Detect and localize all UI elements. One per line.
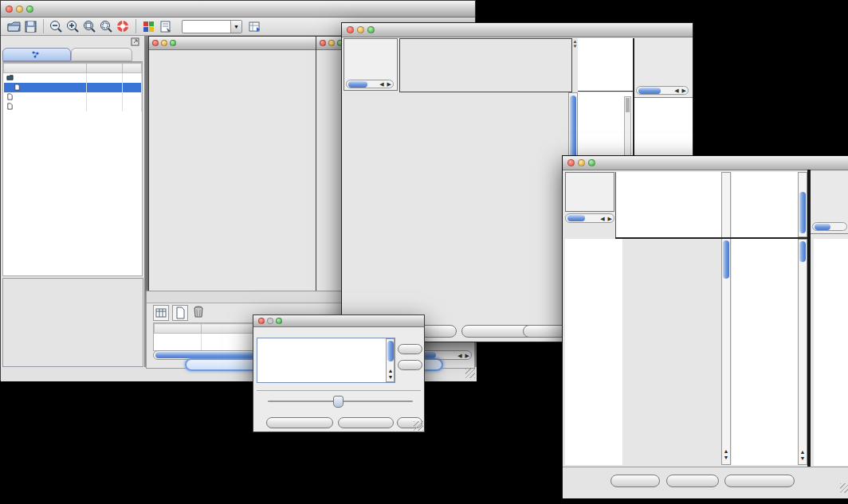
network-row-dna-tran[interactable] [4, 92, 142, 102]
tv2-usage-hints [811, 172, 848, 234]
resize-grip[interactable] [465, 369, 475, 378]
scroll-left-icon[interactable]: ◀ [673, 88, 680, 93]
tv2-export-graphics-button[interactable] [724, 475, 795, 487]
tv2-zoom-vscrollbar[interactable]: ▲▼ [798, 239, 807, 465]
scroll-left-icon[interactable]: ◀ [456, 353, 463, 358]
tv2-save-data-button[interactable] [666, 475, 719, 487]
minimize-icon[interactable] [328, 40, 335, 46]
open-file-icon[interactable] [6, 19, 22, 34]
network-row-combined-sco-selected[interactable] [4, 83, 142, 92]
tab-network[interactable] [2, 48, 71, 61]
scrollbar-thumb[interactable] [387, 341, 394, 361]
network-view-titlebar[interactable] [149, 37, 316, 50]
zoom-out-icon[interactable] [49, 19, 64, 34]
network-graph-canvas[interactable] [150, 51, 315, 292]
dialog-titlebar[interactable] [253, 315, 424, 327]
tv2-row-dendrogram[interactable] [565, 239, 622, 465]
zoom-icon[interactable] [170, 40, 176, 46]
network-table-header[interactable] [4, 64, 142, 73]
tv1-status-scrollbar[interactable]: ◀▶ [346, 80, 394, 88]
network-row-combined-scores[interactable] [4, 73, 142, 84]
scroll-arrows[interactable]: ▲▼ [387, 368, 395, 381]
close-icon[interactable] [258, 318, 265, 324]
file-icon [14, 84, 21, 91]
treeview2-titlebar[interactable] [563, 156, 848, 170]
tv2-heatmap[interactable] [622, 239, 721, 465]
speed-slider-thumb[interactable] [333, 396, 344, 408]
help-lifesaver-icon[interactable] [116, 19, 131, 34]
create-vizmap-button[interactable] [338, 417, 394, 428]
delete-attribute-icon[interactable] [191, 305, 206, 319]
attribute-table-icon[interactable] [153, 305, 169, 321]
attribute-list[interactable]: ▲▼ [257, 338, 395, 383]
save-icon[interactable] [23, 19, 38, 34]
zoom-in-icon[interactable] [65, 19, 80, 34]
minimize-icon[interactable] [578, 159, 585, 166]
toolbar-separator2 [135, 19, 136, 33]
scroll-right-icon[interactable]: ▶ [607, 216, 614, 221]
zoom-icon[interactable] [367, 26, 375, 33]
minimize-icon[interactable] [357, 26, 364, 33]
tv2-labels-vscrollbar[interactable] [798, 172, 807, 237]
tab-overflow-icon[interactable] [132, 48, 143, 61]
search-input[interactable]: ▼ [182, 20, 242, 33]
tv2-zoom-heatmap[interactable] [735, 240, 795, 460]
scroll-left-icon[interactable]: ◀ [599, 216, 606, 221]
animate-vizmap-button[interactable] [266, 417, 333, 428]
resize-grip[interactable] [414, 421, 423, 431]
tv2-hints-scrollbar[interactable] [812, 222, 847, 231]
window-controls[interactable] [6, 6, 33, 13]
tv1-row-dendrogram[interactable] [344, 92, 399, 316]
tv1-mini-heatmap[interactable] [583, 96, 621, 135]
import-table-icon[interactable] [247, 19, 262, 34]
move-up-button[interactable] [398, 344, 422, 354]
file-icon [6, 93, 14, 100]
network-table [3, 63, 142, 111]
network-row-rnapuber[interactable] [4, 102, 142, 111]
move-down-button[interactable] [398, 360, 422, 370]
annotation-icon[interactable] [158, 19, 173, 34]
tv1-view-status: ◀▶ [344, 38, 398, 91]
tv1-column-dendrogram[interactable] [399, 38, 572, 92]
close-icon[interactable] [347, 26, 354, 33]
scroll-right-icon[interactable]: ▶ [464, 353, 471, 358]
scroll-arrows[interactable]: ▲▼ [799, 449, 807, 462]
scrollbar-thumb[interactable] [799, 192, 806, 233]
scroll-right-icon[interactable]: ▶ [681, 88, 688, 93]
zoom-icon[interactable] [26, 6, 33, 13]
scroll-left-icon[interactable]: ◀ [378, 81, 385, 87]
minimize-icon[interactable] [16, 6, 23, 13]
attribute-list-scrollbar[interactable]: ▲▼ [386, 338, 395, 382]
zoom-icon[interactable] [588, 159, 595, 166]
close-icon[interactable] [6, 6, 13, 13]
close-icon[interactable] [152, 40, 159, 46]
tv1-heatmap[interactable] [401, 92, 567, 316]
search-dropdown-icon[interactable]: ▼ [230, 21, 241, 33]
zoom-selected-icon[interactable] [99, 19, 114, 34]
tv2-column-dendrogram-pane [615, 172, 721, 237]
tab-vizmapper[interactable] [71, 48, 132, 61]
tv2-settings-button[interactable] [610, 475, 660, 487]
tv2-status-scrollbar[interactable]: ◀▶ [565, 213, 614, 223]
float-panel-icon[interactable] [131, 37, 139, 46]
resize-grip[interactable] [840, 483, 848, 493]
main-titlebar[interactable] [1, 1, 475, 18]
close-icon[interactable] [567, 159, 575, 166]
scrollbar-thumb[interactable] [799, 241, 806, 262]
treeview2-window: ◀▶ ▲▼ ▲▼ [562, 155, 848, 498]
zoom-fit-icon[interactable] [82, 19, 97, 34]
new-attribute-icon[interactable] [172, 305, 188, 321]
tv2-main-vscrollbar[interactable]: ▲▼ [721, 172, 731, 465]
tv1-hints-scrollbar[interactable]: ◀▶ [636, 86, 689, 95]
vizmapper-icon[interactable] [141, 19, 156, 34]
treeview1-titlebar[interactable] [342, 23, 693, 37]
scroll-arrows[interactable]: ▲▼ [722, 448, 730, 461]
minimize-icon[interactable] [267, 318, 273, 324]
scroll-right-icon[interactable]: ▶ [386, 81, 393, 87]
zoom-icon[interactable] [276, 318, 282, 324]
minimize-icon[interactable] [161, 40, 167, 46]
birdseye-view[interactable] [2, 278, 143, 367]
close-icon[interactable] [320, 40, 326, 46]
tv1-mini-arrows[interactable]: ▲▼ [572, 39, 578, 49]
scrollbar-thumb[interactable] [723, 240, 729, 279]
